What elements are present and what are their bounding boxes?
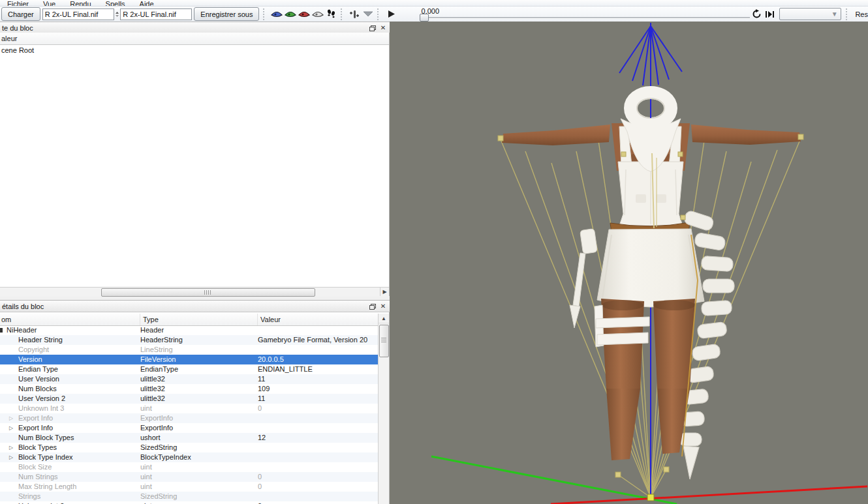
time-slider[interactable]: 0.000 xyxy=(398,7,751,22)
target-file-input[interactable] xyxy=(120,8,192,20)
close-panel-button[interactable]: ✕ xyxy=(379,23,388,32)
green-eye-icon[interactable] xyxy=(284,8,298,21)
vscroll-thumb[interactable] xyxy=(379,325,389,357)
details-vscrollbar[interactable]: ▲ xyxy=(378,314,389,504)
hscroll-thumb[interactable] xyxy=(101,288,315,297)
menu-aide[interactable]: Aide xyxy=(132,0,161,7)
table-row[interactable]: Num Block Typesushort12 xyxy=(0,433,379,443)
red-eye-icon[interactable] xyxy=(298,8,311,21)
block-list-header[interactable]: aleur xyxy=(0,33,389,45)
vscroll-up-arrow[interactable]: ▲ xyxy=(379,314,389,323)
row-type: BlockTypeIndex xyxy=(140,452,258,462)
grip-icon xyxy=(204,290,211,295)
row-name: User Version 2 xyxy=(0,394,65,404)
expand-arrow-icon[interactable]: ▷ xyxy=(9,413,13,423)
expand-arrow-icon[interactable]: ▷ xyxy=(9,443,13,452)
row-value xyxy=(258,325,379,335)
blue-eye-icon[interactable] xyxy=(270,8,284,21)
table-row[interactable]: User Version 2ulittle3211 xyxy=(0,394,379,404)
table-row[interactable]: StringsSizedString xyxy=(0,492,379,501)
table-row[interactable]: VersionFileVersion20.0.0.5 xyxy=(0,355,379,364)
chevron-down-icon[interactable] xyxy=(361,8,375,21)
left-dock: te du bloc ✕ aleur cene Root ▶ étails du… xyxy=(0,22,390,504)
row-type: FileVersion xyxy=(140,355,258,364)
expand-arrow-icon[interactable]: ▷ xyxy=(9,452,13,462)
block-details: étails du bloc ✕ omTypeValeur NiHeaderHe… xyxy=(0,300,390,504)
axes-widget-icon[interactable] xyxy=(348,8,362,21)
table-row[interactable]: Header StringHeaderStringGamebryo File F… xyxy=(0,335,379,345)
menu-fichier[interactable]: Fichier xyxy=(0,0,36,7)
table-row[interactable]: Num Blocksulittle32109 xyxy=(0,384,379,394)
float-panel-button[interactable] xyxy=(367,23,377,32)
table-row[interactable]: ▷Block Type IndexBlockTypeIndex xyxy=(0,452,379,462)
row-type: ulittle32 xyxy=(140,374,258,384)
row-name: Block Size xyxy=(0,462,52,472)
loop-icon[interactable] xyxy=(750,8,764,21)
table-row[interactable]: Unknown Int 3uint0 xyxy=(0,404,379,413)
row-name: Export Info xyxy=(0,423,53,433)
table-row[interactable]: CopyrightLineString xyxy=(0,345,379,355)
row-type: uint xyxy=(140,472,258,482)
row-value: 12 xyxy=(258,433,379,443)
table-row[interactable]: ▷Block TypesSizedString xyxy=(0,443,379,452)
float-panel-button[interactable] xyxy=(367,302,377,310)
viewport-3d[interactable] xyxy=(390,22,868,504)
swap-files-icon[interactable] xyxy=(115,8,120,21)
menu-spells[interactable]: Spells xyxy=(99,0,132,7)
row-name: Max String Length xyxy=(0,482,76,492)
block-details-titlebar: étails du bloc ✕ xyxy=(0,300,390,312)
float-icon xyxy=(369,25,375,31)
row-value xyxy=(258,423,379,433)
close-panel-button[interactable]: ✕ xyxy=(379,302,388,310)
play-icon[interactable] xyxy=(384,8,398,21)
expanded-indicator-icon[interactable] xyxy=(0,328,3,333)
grip-icon xyxy=(381,338,386,344)
row-value: 109 xyxy=(258,384,379,394)
table-row[interactable]: Block Sizeuint xyxy=(0,462,379,472)
model-skirt xyxy=(597,229,704,307)
source-file-input[interactable] xyxy=(42,8,114,20)
block-details-title: étails du bloc xyxy=(0,303,367,310)
expand-arrow-icon[interactable]: ▷ xyxy=(9,423,13,433)
load-button[interactable]: Charger xyxy=(1,7,40,21)
details-column-header[interactable]: om xyxy=(0,314,140,325)
menu-vue[interactable]: Vue xyxy=(36,0,63,7)
reset-label[interactable]: Res xyxy=(855,10,868,18)
tree-item[interactable]: cene Root xyxy=(0,45,389,56)
time-slider-track[interactable] xyxy=(422,17,751,19)
row-type: ulittle32 xyxy=(140,384,258,394)
time-slider-thumb[interactable] xyxy=(420,14,429,22)
table-row[interactable]: User Versionulittle3211 xyxy=(0,374,379,384)
table-row[interactable]: NiHeaderHeader xyxy=(0,325,379,335)
row-name: Unknown Int 3 xyxy=(0,404,64,413)
row-value xyxy=(258,462,379,472)
block-list-hscrollbar[interactable]: ▶ xyxy=(0,287,389,297)
footprints-icon[interactable] xyxy=(324,8,338,21)
toolbar: Charger Enregistrer sous xyxy=(0,7,868,22)
anim-dropdown[interactable]: ▼ xyxy=(779,8,841,20)
menubar: FichierVueRenduSpellsAide xyxy=(0,0,868,7)
float-icon xyxy=(369,304,375,309)
toolbar-separator xyxy=(263,8,268,20)
row-name: NiHeader xyxy=(0,325,37,335)
row-type: HeaderString xyxy=(140,335,258,345)
table-row[interactable]: ▷Export InfoExportInfo xyxy=(0,423,379,433)
gray-eye-icon[interactable] xyxy=(311,8,324,21)
menu-rendu[interactable]: Rendu xyxy=(63,0,98,7)
table-row[interactable]: ▷Export InfoExportInfo xyxy=(0,413,379,423)
row-name: Export Info xyxy=(0,413,53,423)
table-row[interactable]: Unknown Int 2uint0 xyxy=(0,501,379,504)
row-type: ExportInfo xyxy=(140,413,258,423)
row-type: ExportInfo xyxy=(140,423,258,433)
table-row[interactable]: Endian TypeEndianTypeENDIAN_LITTLE xyxy=(0,364,379,374)
table-row[interactable]: Max String Lengthuint0 xyxy=(0,482,379,492)
seek-keyframe-icon[interactable] xyxy=(764,8,777,21)
details-column-header[interactable]: Type xyxy=(140,314,258,325)
table-row[interactable]: Num Stringsuint0 xyxy=(0,472,379,482)
block-list: aleur cene Root ▶ xyxy=(0,33,390,296)
close-icon: ✕ xyxy=(380,303,386,310)
nifskope-window: FichierVueRenduSpellsAide Charger Enregi… xyxy=(0,0,868,504)
hscroll-right-arrow[interactable]: ▶ xyxy=(380,288,389,296)
save-as-button[interactable]: Enregistrer sous xyxy=(194,7,259,21)
details-column-header[interactable]: Valeur xyxy=(258,314,379,325)
